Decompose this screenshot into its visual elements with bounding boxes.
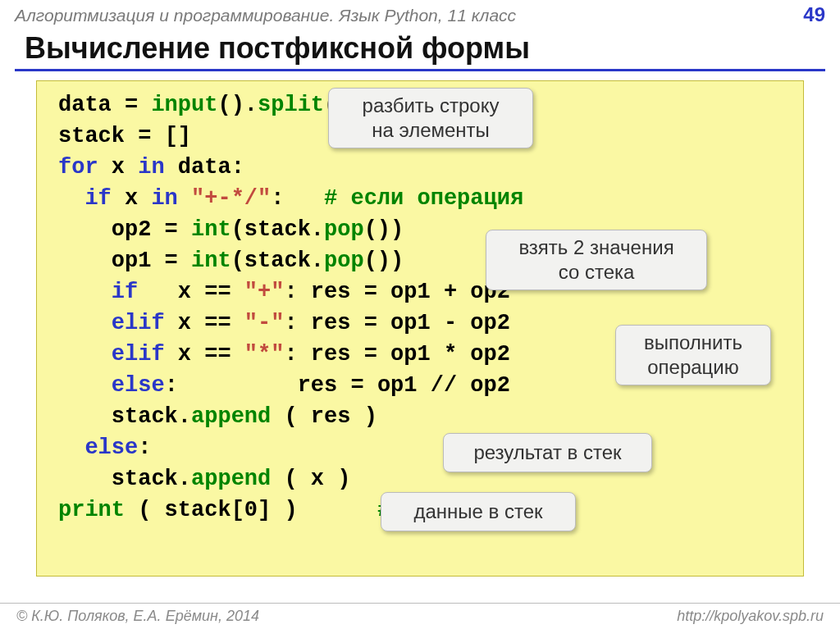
code-text: elif <box>112 311 165 335</box>
footer-link[interactable]: http://kpolyakov.spb.ru <box>677 608 824 625</box>
code-text: append <box>191 467 271 491</box>
code-text: op1 // op2 <box>377 373 510 398</box>
callout-op: выполнить операцию <box>615 325 771 385</box>
code-text: if <box>112 280 138 304</box>
code-text: op1 - op2 <box>390 311 510 335</box>
code-text: x <box>165 311 191 335</box>
code-text: else <box>84 435 138 460</box>
callout-text: результат в стек <box>473 441 621 463</box>
code-text: x <box>165 342 191 367</box>
code-text: : <box>138 435 151 460</box>
code-text: int <box>191 217 231 242</box>
code-text: ( stack[0] ) <box>125 498 377 522</box>
code-text: ()) <box>364 248 404 273</box>
code-text: elif <box>112 342 165 367</box>
code-text: = <box>337 373 377 398</box>
code-text <box>58 435 84 460</box>
code-text: ()) <box>364 217 404 242</box>
code-text: in <box>138 155 164 180</box>
callout-text: операцию <box>629 355 757 380</box>
page-number: 49 <box>803 3 825 26</box>
code-text: stack <box>58 124 125 148</box>
code-text: op1 * op2 <box>390 342 510 367</box>
code-text: x <box>138 280 191 304</box>
callout-split: разбить строку на элементы <box>328 88 533 148</box>
code-text <box>58 311 112 335</box>
topbar: Алгоритмизация и программирование. Язык … <box>0 0 840 26</box>
code-text: == <box>191 311 244 335</box>
code-text: : res <box>284 342 350 367</box>
callout-text: данные в стек <box>413 500 542 522</box>
code-text: : res <box>165 373 338 398</box>
code-text: = <box>350 280 390 304</box>
footer: © К.Ю. Поляков, Е.А. Ерёмин, 2014 http:/… <box>0 603 840 629</box>
callout-pop: взять 2 значения со стека <box>486 230 707 290</box>
code-text: == <box>191 280 244 304</box>
code-text: stack. <box>58 467 191 491</box>
code-text: : res <box>284 280 350 304</box>
code-text: stack. <box>58 404 191 429</box>
code-text: pop <box>324 248 364 273</box>
code-text: print <box>58 498 125 522</box>
code-text: x <box>98 155 139 180</box>
code-text <box>58 342 112 367</box>
code-text: [] <box>165 124 191 148</box>
code-text: else <box>112 373 165 398</box>
callout-text: разбить строку <box>342 93 519 118</box>
code-text: (stack. <box>231 217 324 242</box>
code-text: : res <box>284 311 350 335</box>
code-text: : <box>271 186 324 211</box>
callout-text: на элементы <box>342 118 519 143</box>
code-text: (). <box>217 93 258 117</box>
callout-push-res: результат в стек <box>443 433 652 472</box>
code-text: = <box>350 311 390 335</box>
code-text: "*" <box>244 342 285 367</box>
code-text: "+-*/" <box>191 186 271 211</box>
code-text: data: <box>165 155 244 180</box>
code-text: op2 <box>58 217 151 242</box>
code-text: = <box>151 248 191 273</box>
callout-text: взять 2 значения <box>500 235 693 260</box>
footer-copyright: © К.Ю. Поляков, Е.А. Ерёмин, 2014 <box>16 608 259 625</box>
code-text: = <box>151 217 191 242</box>
code-text: "+" <box>244 280 285 304</box>
code-text <box>58 373 112 398</box>
code-text: ( x ) <box>271 467 350 491</box>
code-text: append <box>191 404 271 429</box>
code-text: split <box>258 93 324 117</box>
code-text: data <box>58 93 112 117</box>
code-text: if <box>84 186 111 211</box>
code-text: int <box>191 248 231 273</box>
code-text: # если операция <box>324 186 523 211</box>
code-text: = <box>350 342 390 367</box>
code-text: input <box>151 93 217 117</box>
code-text: x <box>112 186 152 211</box>
code-text: == <box>191 342 244 367</box>
heading-rule <box>15 69 825 71</box>
callout-push-data: данные в стек <box>381 492 576 531</box>
code-text <box>58 280 112 304</box>
slide: Алгоритмизация и программирование. Язык … <box>0 0 840 629</box>
code-text: = <box>125 124 165 148</box>
callout-text: со стека <box>500 260 693 285</box>
callout-text: выполнить <box>629 330 757 355</box>
code-text: pop <box>324 217 364 242</box>
code-text: in <box>151 186 177 211</box>
document-title: Алгоритмизация и программирование. Язык … <box>15 6 516 25</box>
code-text: "-" <box>244 311 285 335</box>
code-text: for <box>58 155 98 180</box>
code-text <box>178 186 191 211</box>
code-text <box>58 186 84 211</box>
code-text: = <box>112 93 152 117</box>
code-text: op1 <box>58 248 151 273</box>
code-text: ( res ) <box>271 404 377 429</box>
code-text: (stack. <box>231 248 324 273</box>
page-title: Вычисление постфиксной формы <box>0 26 840 69</box>
